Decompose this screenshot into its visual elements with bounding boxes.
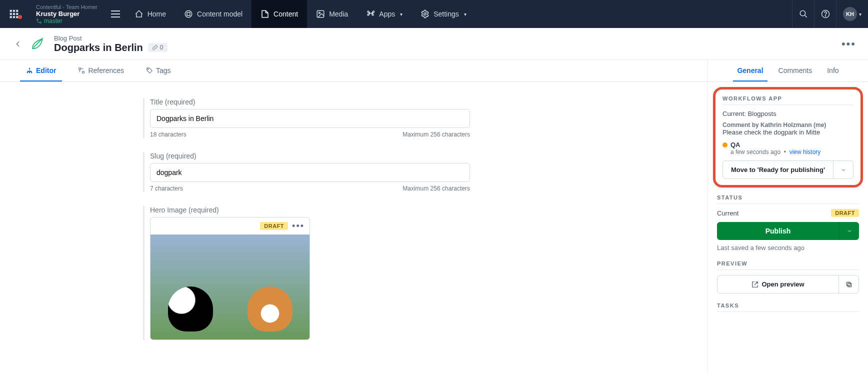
status-current-label: Current (717, 210, 738, 217)
status-section: STATUS Current DRAFT Publish Last saved … (708, 192, 868, 258)
editor-pane: Editor References Tags Title (required) … (0, 60, 708, 373)
org-name: Contentful - Team Homer (36, 4, 98, 10)
gear-icon (420, 10, 430, 18)
open-preview-button[interactable]: Open preview (717, 275, 839, 294)
back-button[interactable] (8, 40, 28, 48)
char-max: Maximum 256 characters (402, 131, 470, 138)
tasks-section: TASKS (708, 300, 868, 324)
media-icon (316, 10, 325, 18)
svg-point-10 (40, 22, 42, 23)
svg-rect-30 (846, 282, 850, 286)
user-menu[interactable]: KH ▾ (836, 0, 868, 28)
svg-point-28 (148, 68, 148, 70)
preview-section: PREVIEW Open preview (708, 258, 868, 300)
sidebar-tab-info[interactable]: Info (823, 60, 842, 82)
hero-asset-card[interactable]: DRAFT ••• (150, 217, 310, 340)
field-label: Title (required) (150, 98, 678, 106)
tab-tags[interactable]: Tags (140, 60, 177, 82)
sidebar-tab-general[interactable]: General (733, 60, 767, 82)
chevron-down-icon: ▾ (859, 12, 862, 17)
leaf-icon (28, 35, 46, 53)
entry-more-button[interactable]: ••• (838, 38, 860, 50)
entry-header: Blog Post Dogparks in Berlin 0 ••• (0, 28, 868, 60)
link-icon (152, 44, 158, 50)
copy-icon (846, 281, 852, 288)
publish-button[interactable]: Publish (717, 222, 839, 240)
workflows-app-widget: WORKFLOWS APP Current: Blogposts Comment… (713, 87, 863, 188)
nav-apps[interactable]: Apps▾ (357, 0, 412, 28)
char-max: Maximum 256 characters (402, 185, 470, 192)
workflow-meta: a few seconds ago • view history (730, 148, 854, 156)
tab-references[interactable]: References (72, 60, 130, 82)
svg-point-16 (318, 12, 320, 14)
copy-preview-button[interactable] (839, 275, 859, 294)
branch-name: master (36, 18, 98, 24)
title-input[interactable] (150, 109, 470, 128)
help-icon (821, 10, 830, 18)
svg-rect-25 (31, 72, 32, 72)
nav-content-model[interactable]: Content model (175, 0, 252, 28)
top-bar: Contentful - Team Homer Krusty Burger ma… (0, 0, 868, 28)
external-link-icon (752, 281, 758, 288)
chevron-down-icon: ▾ (400, 12, 402, 17)
space-selector[interactable]: Contentful - Team Homer Krusty Burger ma… (28, 4, 106, 24)
publish-dropdown[interactable] (839, 222, 859, 240)
space-menu-toggle[interactable] (106, 10, 126, 18)
nav-home[interactable]: Home (126, 0, 175, 28)
svg-rect-7 (13, 16, 15, 18)
svg-rect-22 (29, 68, 30, 68)
svg-point-14 (185, 10, 192, 18)
content-type-label: Blog Post (54, 34, 168, 42)
svg-rect-4 (13, 13, 15, 15)
field-label: Hero Image (required) (150, 206, 678, 214)
space-name: Krusty Burger (36, 10, 98, 18)
tab-editor[interactable]: Editor (20, 60, 62, 82)
sidebar-tab-comments[interactable]: Comments (774, 60, 816, 82)
slug-input[interactable] (150, 163, 470, 182)
search-button[interactable] (792, 0, 814, 28)
field-title: Title (required) 18 characters Maximum 2… (150, 98, 678, 138)
branch-icon (36, 18, 42, 24)
svg-rect-3 (10, 13, 12, 15)
references-icon (78, 67, 85, 74)
svg-rect-6 (10, 16, 12, 18)
svg-rect-11 (111, 10, 120, 12)
avatar: KH (843, 7, 857, 21)
app-switcher[interactable] (0, 9, 28, 19)
field-slug: Slug (required) 7 characters Maximum 256… (150, 152, 678, 192)
workflow-move-row: Move to 'Ready for publishing' (722, 160, 854, 179)
nav-settings[interactable]: Settings▾ (412, 0, 476, 28)
svg-rect-2 (16, 10, 18, 12)
publish-row: Publish (717, 222, 859, 240)
status-badge: DRAFT (831, 209, 859, 217)
svg-point-18 (800, 10, 806, 16)
chevron-down-icon: ▾ (464, 12, 466, 17)
nav-content[interactable]: Content (252, 0, 307, 28)
svg-rect-23 (27, 72, 28, 72)
nav-media[interactable]: Media (307, 0, 357, 28)
svg-rect-12 (111, 14, 120, 14)
svg-rect-0 (10, 10, 12, 12)
section-heading: PREVIEW (717, 260, 859, 266)
move-state-button[interactable]: Move to 'Ready for publishing' (722, 160, 834, 179)
dog-illustration (248, 286, 292, 332)
search-icon (799, 10, 808, 18)
view-history-link[interactable]: view history (790, 148, 821, 156)
char-count: 18 characters (150, 131, 186, 138)
move-state-dropdown[interactable] (834, 160, 854, 179)
chevron-down-icon (846, 228, 852, 234)
last-saved: Last saved a few seconds ago (717, 244, 859, 252)
entry-tabs: Editor References Tags (0, 60, 708, 82)
svg-rect-26 (79, 68, 81, 70)
svg-rect-13 (111, 16, 120, 18)
asset-more-button[interactable]: ••• (292, 221, 304, 232)
field-hero-image: Hero Image (required) DRAFT ••• (150, 206, 678, 340)
section-heading: STATUS (717, 194, 859, 200)
tag-icon (146, 67, 153, 74)
incoming-links-pill[interactable]: 0 (148, 43, 168, 52)
help-button[interactable] (814, 0, 836, 28)
topbar-right: KH ▾ (792, 0, 868, 28)
main-area: Editor References Tags Title (required) … (0, 60, 868, 373)
status-badge: DRAFT (260, 222, 288, 230)
sitemap-icon (26, 67, 33, 74)
